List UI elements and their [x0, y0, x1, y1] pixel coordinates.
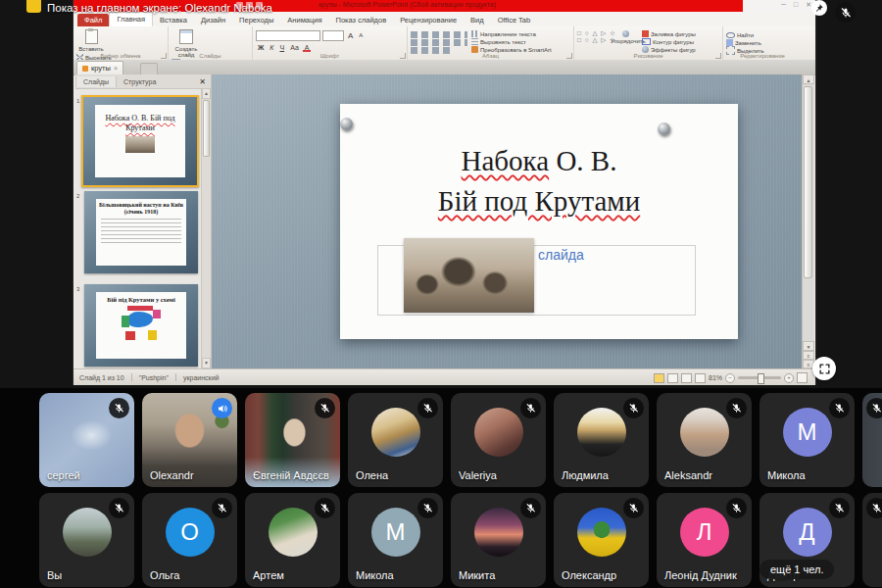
tab-slides[interactable]: Слайды — [75, 76, 117, 87]
scroll-up-icon[interactable]: ▲ — [202, 88, 211, 99]
fullscreen-button[interactable] — [812, 357, 836, 380]
ribbon-tab-Файл[interactable]: Файл — [77, 14, 109, 26]
scroll-up-icon[interactable]: ▲ — [803, 74, 814, 84]
participant-tile-Микола[interactable]: ММикола — [348, 493, 443, 587]
shape-effects-icon — [642, 46, 649, 53]
panel-close-icon[interactable]: ✕ — [194, 77, 211, 86]
ribbon-tab-Дизайн[interactable]: Дизайн — [194, 14, 232, 26]
bold-button[interactable]: Ж — [256, 43, 266, 52]
minimize-button[interactable]: ─ — [781, 1, 786, 9]
smartart-button[interactable]: Преобразовать в SmartArt — [471, 46, 552, 53]
ribbon-tab-Показ слайдов[interactable]: Показ слайдов — [329, 14, 394, 26]
font-color-button[interactable]: А — [303, 43, 312, 52]
participant-tile-сергей[interactable]: сергей — [39, 393, 134, 487]
ribbon-tab-Вставка[interactable]: Вставка — [153, 14, 194, 26]
slide-thumbnail-1[interactable]: Набока О. В. Бій под Крутами — [81, 95, 199, 187]
scrollbar-thumb[interactable] — [804, 86, 812, 278]
slide-paper[interactable]: Набока О. В.Бій под Крутами слайда — [340, 104, 738, 339]
shrink-font-button[interactable]: А — [357, 31, 365, 40]
participant-tile-Микита[interactable]: Микита — [451, 493, 546, 587]
ribbon-tab-Рецензирование[interactable]: Рецензирование — [393, 14, 464, 26]
participant-tile-Леонід Дудник[interactable]: ЛЛеонід Дудник — [657, 493, 752, 587]
slide-thumbnail-2[interactable]: Більшовицький наступ на Київ (січень 191… — [84, 191, 198, 273]
shape-fill-button[interactable]: Заливка фигуры — [642, 30, 696, 37]
window-title: круты - Microsoft PowerPoint (Сбой актив… — [318, 1, 496, 8]
tab-close-icon[interactable]: × — [114, 65, 118, 72]
arrange-button[interactable]: Упорядочить — [611, 28, 640, 44]
ribbon-tab-Анимация[interactable]: Анимация — [280, 14, 328, 26]
letter-avatar: О — [166, 508, 215, 557]
change-case-button[interactable]: Аа — [288, 43, 301, 52]
scroll-down-icon[interactable]: ▼ — [202, 358, 211, 368]
font-name-select[interactable] — [256, 30, 320, 41]
participant-tile-Микола[interactable]: ММикола — [760, 393, 855, 487]
slideshow-button[interactable] — [695, 373, 706, 383]
slide-canvas[interactable]: Набока О. В.Бій под Крутами слайда — [212, 74, 802, 368]
subtitle-text[interactable]: слайда — [538, 247, 584, 263]
participant-tile-Вы[interactable]: Вы — [39, 493, 134, 587]
text-direction-button[interactable]: Направление текста — [471, 30, 552, 37]
battle-image[interactable] — [404, 238, 534, 313]
zoom-out-button[interactable]: − — [725, 373, 735, 383]
vertical-scrollbar[interactable]: ▲ ▼ ≡ ≡ — [802, 74, 814, 368]
dialog-launcher-icon[interactable] — [566, 53, 572, 59]
slide-sorter-button[interactable] — [667, 373, 678, 383]
participant-tile-Olexandr[interactable]: Olexandr — [142, 393, 237, 487]
pin-icon[interactable] — [811, 0, 827, 16]
alignment-buttons[interactable] — [411, 39, 467, 46]
find-button[interactable]: Найти — [726, 31, 764, 38]
reading-view-button[interactable] — [681, 373, 692, 383]
participant-tile-Ольга[interactable]: ООльга — [142, 493, 237, 587]
font-size-select[interactable] — [322, 30, 344, 41]
scroll-down-icon[interactable]: ▼ — [803, 341, 814, 351]
new-document-tab[interactable] — [140, 63, 158, 74]
dialog-launcher-icon[interactable] — [400, 53, 406, 59]
infographic — [122, 306, 161, 343]
dialog-launcher-icon[interactable] — [715, 53, 721, 59]
participant-tile-Valeriya[interactable]: Valeriya — [451, 393, 546, 487]
document-tab-bar: круты × — [74, 60, 815, 75]
zoom-in-button[interactable]: + — [784, 373, 794, 383]
grow-font-button[interactable]: А — [346, 31, 355, 40]
ribbon-tab-Переходы[interactable]: Переходы — [232, 14, 280, 26]
participant-tile-Aleksandr[interactable]: Aleksandr — [657, 393, 752, 487]
shapes-gallery[interactable]: □ ○ △ ▷ ☆ — [577, 29, 611, 36]
panel-scrollbar[interactable]: ▲ ▼ — [201, 88, 211, 368]
slide-title[interactable]: Набока О. В.Бій под Крутами — [340, 104, 738, 221]
document-tab[interactable]: круты × — [76, 61, 123, 74]
ribbon-tab-Вид[interactable]: Вид — [464, 14, 491, 26]
align-text-button[interactable]: Выровнять текст — [471, 38, 552, 45]
list-buttons[interactable] — [411, 31, 467, 38]
previous-slide-button[interactable]: ≡ — [803, 351, 814, 360]
more-participants-badge[interactable]: ещё 1 чел. — [760, 560, 834, 579]
normal-view-button[interactable] — [654, 373, 664, 383]
shape-effects-button[interactable]: Эффекты фигур — [642, 46, 696, 53]
language-label[interactable]: украинский — [183, 374, 220, 381]
shapes-gallery-row2[interactable]: □ ○ △ ▷ ☆ — [577, 36, 611, 43]
zoom-slider-thumb[interactable] — [758, 373, 764, 384]
shape-outline-button[interactable]: Контур фигуры — [642, 38, 696, 45]
ribbon-tab-Office Tab[interactable]: Office Tab — [491, 14, 538, 26]
tab-outline[interactable]: Структура — [117, 76, 163, 87]
participant-tile-Олександр[interactable]: Олександр — [554, 493, 649, 587]
participant-tile-partial[interactable] — [862, 493, 882, 587]
maximize-button[interactable]: □ — [794, 1, 798, 9]
paste-button[interactable]: Вставить — [76, 28, 106, 52]
fit-to-window-button[interactable] — [797, 372, 808, 383]
slide-number: 2 — [76, 193, 79, 199]
ribbon-tab-Главная[interactable]: Главная — [109, 12, 153, 26]
dialog-launcher-icon[interactable] — [161, 53, 167, 59]
replace-button[interactable]: Заменить — [726, 39, 764, 46]
zoom-slider[interactable] — [738, 376, 781, 379]
participant-tile-Євгеній Авдєєв[interactable]: Євгеній Авдєєв — [245, 393, 340, 487]
participant-tile-Людмила[interactable]: Людмила — [554, 393, 649, 487]
italic-button[interactable]: К — [268, 43, 275, 52]
mic-muted-icon[interactable] — [835, 2, 856, 23]
participant-tile-Артем[interactable]: Артем — [245, 493, 340, 587]
slide-thumbnail-3[interactable]: Бій під Крутами у схемі — [84, 284, 198, 367]
scrollbar-thumb[interactable] — [203, 100, 210, 157]
mic-muted-icon — [726, 398, 747, 418]
participant-tile-Олена[interactable]: Олена — [348, 393, 443, 487]
participant-tile-partial[interactable] — [862, 393, 882, 487]
underline-button[interactable]: Ч — [277, 43, 286, 52]
